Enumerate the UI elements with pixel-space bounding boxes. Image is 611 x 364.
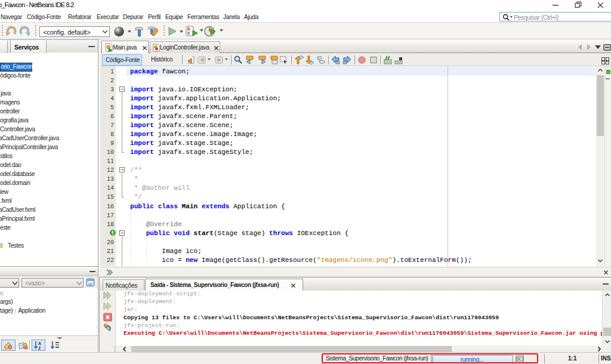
svg-text:A: A	[38, 341, 41, 346]
svg-text:Z: Z	[38, 346, 41, 350]
